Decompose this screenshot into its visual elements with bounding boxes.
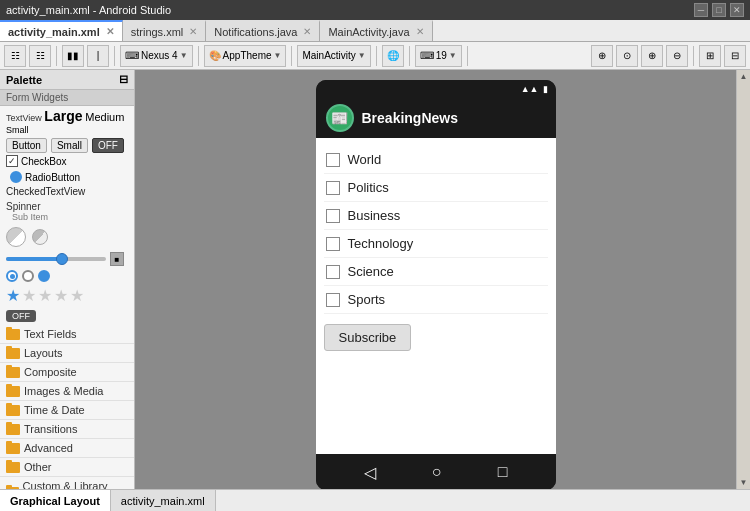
slider-fill xyxy=(6,257,61,261)
minimize-button[interactable]: ─ xyxy=(694,3,708,17)
tab-activity-main-close[interactable]: ✕ xyxy=(106,26,114,37)
checked-textview-row[interactable]: CheckedTextView xyxy=(0,184,134,199)
bottom-tab-xml[interactable]: activity_main.xml xyxy=(111,490,216,511)
toolbar-separator-1 xyxy=(56,46,57,66)
checkbox-science[interactable]: Science xyxy=(324,258,548,286)
app-title: BreakingNews xyxy=(362,110,458,126)
scroll-down-arrow[interactable]: ▼ xyxy=(738,476,750,489)
bottom-tab-graphical[interactable]: Graphical Layout xyxy=(0,490,111,511)
palette-custom-library[interactable]: Custom & Library Views xyxy=(0,477,134,489)
palette-transitions[interactable]: Transitions xyxy=(0,420,134,439)
star-1: ★ xyxy=(6,286,20,305)
scroll-up-arrow[interactable]: ▲ xyxy=(738,70,750,83)
palette-images-media[interactable]: Images & Media xyxy=(0,382,134,401)
spinner-row[interactable]: Spinner Sub Item xyxy=(0,199,134,224)
palette-advanced[interactable]: Advanced xyxy=(0,439,134,458)
tab-strings-close[interactable]: ✕ xyxy=(189,26,197,37)
radiobutton-palette-item[interactable]: RadioButton xyxy=(10,171,80,183)
checkbox-palette-item[interactable]: ✓ CheckBox xyxy=(6,155,67,167)
nav-recents-button[interactable]: □ xyxy=(498,463,508,481)
tab-mainactivity-close[interactable]: ✕ xyxy=(416,26,424,37)
theme-dropdown[interactable]: 🎨 AppTheme ▼ xyxy=(204,45,287,67)
nav-back-button[interactable]: ◁ xyxy=(364,463,376,482)
radio-empty-icon[interactable] xyxy=(22,270,34,282)
checkbox-technology[interactable]: Technology xyxy=(324,230,548,258)
tab-strings[interactable]: strings.xml ✕ xyxy=(123,20,207,41)
zoom-in-button[interactable]: ⊕ xyxy=(591,45,613,67)
toolbar-separator-8 xyxy=(693,46,694,66)
palette-toggle-icon[interactable]: ⊟ xyxy=(119,73,128,86)
design-toggle-button[interactable]: ▮▮ xyxy=(62,45,84,67)
palette-composite[interactable]: Composite xyxy=(0,363,134,382)
zoom-out-button[interactable]: ⊖ xyxy=(666,45,688,67)
tab-notifications[interactable]: Notifications.java ✕ xyxy=(206,20,320,41)
checkbox-world[interactable]: World xyxy=(324,146,548,174)
off-button-widget[interactable]: OFF xyxy=(92,138,124,153)
tab-activity-main[interactable]: activity_main.xml ✕ xyxy=(0,20,123,41)
api-label: ⌨ xyxy=(420,50,434,61)
slider-end-button[interactable]: ■ xyxy=(110,252,124,266)
palette-text-fields[interactable]: Text Fields xyxy=(0,325,134,344)
slider-thumb[interactable] xyxy=(56,253,68,265)
toggle-row[interactable]: OFF xyxy=(0,307,134,325)
small-button-widget[interactable]: Small xyxy=(51,138,88,153)
radio-filled-icon[interactable] xyxy=(6,270,18,282)
subscribe-button[interactable]: Subscribe xyxy=(324,324,412,351)
device-dropdown-arrow: ▼ xyxy=(180,51,188,60)
advanced-label: Advanced xyxy=(24,442,73,454)
palette-other[interactable]: Other xyxy=(0,458,134,477)
phone-content: World Politics Business Technology Scien xyxy=(316,138,556,454)
textview-large: Large xyxy=(44,108,82,124)
zoom-actual-button[interactable]: ⊙ xyxy=(616,45,638,67)
zoom-fit-button[interactable]: ⊕ xyxy=(641,45,663,67)
spinner-label: Spinner xyxy=(6,201,128,212)
layout-landscape-button[interactable]: ☷ xyxy=(29,45,51,67)
close-button[interactable]: ✕ xyxy=(730,3,744,17)
zoom-percent-button[interactable]: ⊞ xyxy=(699,45,721,67)
radio-filled2-icon[interactable] xyxy=(38,270,50,282)
palette-layouts[interactable]: Layouts xyxy=(0,344,134,363)
tab-mainactivity[interactable]: MainActivity.java ✕ xyxy=(320,20,432,41)
checkbox-politics-box xyxy=(326,181,340,195)
split-toggle-button[interactable]: | xyxy=(87,45,109,67)
toolbar-separator-5 xyxy=(376,46,377,66)
main-area: Palette ⊟ Form Widgets TextView Large Me… xyxy=(0,70,750,489)
activity-dropdown[interactable]: MainActivity ▼ xyxy=(297,45,370,67)
slider-track[interactable] xyxy=(6,257,106,261)
layout-portrait-button[interactable]: ☷ xyxy=(4,45,26,67)
checkbox-politics[interactable]: Politics xyxy=(324,174,548,202)
star-3: ★ xyxy=(38,286,52,305)
maximize-button[interactable]: □ xyxy=(712,3,726,17)
checkbox-technology-label: Technology xyxy=(348,236,414,251)
nav-home-button[interactable]: ○ xyxy=(432,463,442,481)
activity-dropdown-arrow: ▼ xyxy=(358,51,366,60)
star-2: ★ xyxy=(22,286,36,305)
folder-icon-images-media xyxy=(6,386,20,397)
bottom-tab-graphical-label: Graphical Layout xyxy=(10,495,100,507)
window-controls[interactable]: ─ □ ✕ xyxy=(694,3,744,17)
design-canvas[interactable]: ▲▲ ▮ 📰 BreakingNews World Politics xyxy=(135,70,736,489)
checkbox-sports[interactable]: Sports xyxy=(324,286,548,314)
checkbox-business[interactable]: Business xyxy=(324,202,548,230)
spinner-circle-large xyxy=(6,227,26,247)
phone-mockup: ▲▲ ▮ 📰 BreakingNews World Politics xyxy=(316,80,556,489)
toolbar-separator-2 xyxy=(114,46,115,66)
device-icon: ⌨ xyxy=(125,50,139,61)
checkbox-science-label: Science xyxy=(348,264,394,279)
tab-notifications-close[interactable]: ✕ xyxy=(303,26,311,37)
more-zoom-button[interactable]: ⊟ xyxy=(724,45,746,67)
globe-button[interactable]: 🌐 xyxy=(382,45,404,67)
device-dropdown[interactable]: ⌨ Nexus 4 ▼ xyxy=(120,45,193,67)
tab-strings-label: strings.xml xyxy=(131,26,184,38)
toggle-off[interactable]: OFF xyxy=(6,310,36,322)
palette-panel: Palette ⊟ Form Widgets TextView Large Me… xyxy=(0,70,135,489)
activity-label: MainActivity xyxy=(302,50,355,61)
textview-sizes-row[interactable]: TextView Large Medium Small xyxy=(0,106,134,137)
button-widget[interactable]: Button xyxy=(6,138,47,153)
palette-time-date[interactable]: Time & Date xyxy=(0,401,134,420)
slider-row[interactable]: ■ xyxy=(0,250,134,268)
api-dropdown[interactable]: ⌨ 19 ▼ xyxy=(415,45,462,67)
stars-row[interactable]: ★ ★ ★ ★ ★ xyxy=(0,284,134,307)
wifi-icon: ▲▲ xyxy=(521,84,539,94)
folder-icon-custom-library xyxy=(6,487,19,490)
